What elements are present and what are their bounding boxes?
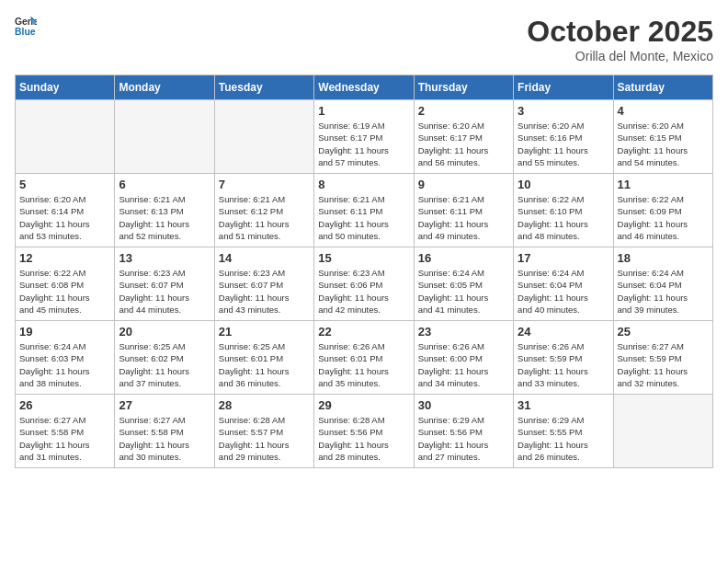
calendar-cell: 28Sunrise: 6:28 AMSunset: 5:57 PMDayligh… <box>214 395 313 468</box>
logo: General Blue <box>15 15 37 40</box>
day-info: Sunrise: 6:28 AMSunset: 5:57 PMDaylight:… <box>219 414 310 463</box>
day-number: 22 <box>318 325 409 339</box>
day-info: Sunrise: 6:29 AMSunset: 5:56 PMDaylight:… <box>418 414 509 463</box>
title-block: October 2025 Orilla del Monte, Mexico <box>527 15 713 63</box>
calendar-cell: 18Sunrise: 6:24 AMSunset: 6:04 PMDayligh… <box>613 247 712 321</box>
day-info: Sunrise: 6:27 AMSunset: 5:58 PMDaylight:… <box>119 414 210 463</box>
day-number: 30 <box>418 398 509 412</box>
location-subtitle: Orilla del Monte, Mexico <box>527 49 713 63</box>
day-header-sunday: Sunday <box>16 75 115 100</box>
day-info: Sunrise: 6:23 AMSunset: 6:07 PMDaylight:… <box>119 267 210 316</box>
day-number: 6 <box>119 178 210 191</box>
day-info: Sunrise: 6:25 AMSunset: 6:02 PMDaylight:… <box>119 340 210 389</box>
day-info: Sunrise: 6:27 AMSunset: 5:59 PMDaylight:… <box>618 340 709 389</box>
day-info: Sunrise: 6:21 AMSunset: 6:12 PMDaylight:… <box>219 193 310 242</box>
day-number: 23 <box>418 325 509 339</box>
calendar-cell: 15Sunrise: 6:23 AMSunset: 6:06 PMDayligh… <box>314 247 414 321</box>
day-number: 3 <box>518 104 609 118</box>
day-number: 17 <box>518 251 609 265</box>
day-info: Sunrise: 6:21 AMSunset: 6:11 PMDaylight:… <box>318 193 409 242</box>
page-header: General Blue October 2025 Orilla del Mon… <box>15 15 713 63</box>
day-number: 31 <box>518 398 609 412</box>
day-number: 26 <box>19 398 110 412</box>
day-number: 11 <box>618 178 709 191</box>
day-info: Sunrise: 6:25 AMSunset: 6:01 PMDaylight:… <box>219 340 310 389</box>
day-info: Sunrise: 6:23 AMSunset: 6:07 PMDaylight:… <box>219 267 310 316</box>
calendar-cell: 8Sunrise: 6:21 AMSunset: 6:11 PMDaylight… <box>314 174 414 247</box>
calendar-week-2: 5Sunrise: 6:20 AMSunset: 6:14 PMDaylight… <box>16 174 713 247</box>
day-header-saturday: Saturday <box>613 75 712 100</box>
day-number: 9 <box>418 178 509 191</box>
day-info: Sunrise: 6:21 AMSunset: 6:11 PMDaylight:… <box>418 193 509 242</box>
calendar-cell: 29Sunrise: 6:28 AMSunset: 5:56 PMDayligh… <box>314 395 414 468</box>
day-info: Sunrise: 6:22 AMSunset: 6:08 PMDaylight:… <box>19 267 110 316</box>
day-number: 20 <box>119 325 210 339</box>
day-info: Sunrise: 6:24 AMSunset: 6:05 PMDaylight:… <box>418 267 509 316</box>
day-number: 24 <box>518 325 609 339</box>
calendar-cell: 14Sunrise: 6:23 AMSunset: 6:07 PMDayligh… <box>214 247 313 321</box>
calendar-cell <box>214 100 313 174</box>
day-info: Sunrise: 6:20 AMSunset: 6:15 PMDaylight:… <box>618 120 709 168</box>
day-number: 4 <box>618 104 709 118</box>
calendar-week-1: 1Sunrise: 6:19 AMSunset: 6:17 PMDaylight… <box>16 100 713 174</box>
calendar-week-5: 26Sunrise: 6:27 AMSunset: 5:58 PMDayligh… <box>16 395 713 468</box>
day-info: Sunrise: 6:19 AMSunset: 6:17 PMDaylight:… <box>318 120 409 168</box>
day-number: 15 <box>318 251 409 265</box>
day-number: 5 <box>19 178 110 191</box>
day-info: Sunrise: 6:20 AMSunset: 6:16 PMDaylight:… <box>518 120 609 168</box>
calendar-cell: 2Sunrise: 6:20 AMSunset: 6:17 PMDaylight… <box>414 100 513 174</box>
calendar-header-row: SundayMondayTuesdayWednesdayThursdayFrid… <box>16 75 713 100</box>
day-info: Sunrise: 6:22 AMSunset: 6:09 PMDaylight:… <box>618 193 709 242</box>
day-info: Sunrise: 6:29 AMSunset: 5:55 PMDaylight:… <box>518 414 609 463</box>
calendar-cell: 3Sunrise: 6:20 AMSunset: 6:16 PMDaylight… <box>514 100 613 174</box>
calendar-cell: 21Sunrise: 6:25 AMSunset: 6:01 PMDayligh… <box>214 321 313 395</box>
day-info: Sunrise: 6:26 AMSunset: 6:01 PMDaylight:… <box>318 340 409 389</box>
calendar-cell: 30Sunrise: 6:29 AMSunset: 5:56 PMDayligh… <box>414 395 513 468</box>
calendar-week-3: 12Sunrise: 6:22 AMSunset: 6:08 PMDayligh… <box>16 247 713 321</box>
calendar-cell: 22Sunrise: 6:26 AMSunset: 6:01 PMDayligh… <box>314 321 414 395</box>
month-title: October 2025 <box>527 15 713 49</box>
day-number: 10 <box>518 178 609 191</box>
calendar-cell: 17Sunrise: 6:24 AMSunset: 6:04 PMDayligh… <box>514 247 613 321</box>
calendar-cell: 5Sunrise: 6:20 AMSunset: 6:14 PMDaylight… <box>16 174 115 247</box>
calendar-cell <box>16 100 115 174</box>
logo-icon: General Blue <box>15 15 37 40</box>
day-number: 7 <box>219 178 310 191</box>
day-number: 2 <box>418 104 509 118</box>
day-number: 28 <box>219 398 310 412</box>
calendar-cell: 25Sunrise: 6:27 AMSunset: 5:59 PMDayligh… <box>613 321 712 395</box>
day-info: Sunrise: 6:28 AMSunset: 5:56 PMDaylight:… <box>318 414 409 463</box>
calendar-table: SundayMondayTuesdayWednesdayThursdayFrid… <box>15 75 713 468</box>
day-number: 14 <box>219 251 310 265</box>
day-number: 29 <box>318 398 409 412</box>
svg-text:Blue: Blue <box>15 27 36 37</box>
calendar-cell: 12Sunrise: 6:22 AMSunset: 6:08 PMDayligh… <box>16 247 115 321</box>
day-number: 19 <box>19 325 110 339</box>
day-number: 25 <box>618 325 709 339</box>
day-info: Sunrise: 6:22 AMSunset: 6:10 PMDaylight:… <box>518 193 609 242</box>
day-header-wednesday: Wednesday <box>314 75 414 100</box>
calendar-cell <box>613 395 712 468</box>
calendar-cell: 7Sunrise: 6:21 AMSunset: 6:12 PMDaylight… <box>214 174 313 247</box>
calendar-week-4: 19Sunrise: 6:24 AMSunset: 6:03 PMDayligh… <box>16 321 713 395</box>
calendar-cell <box>115 100 214 174</box>
day-header-monday: Monday <box>115 75 214 100</box>
calendar-cell: 10Sunrise: 6:22 AMSunset: 6:10 PMDayligh… <box>514 174 613 247</box>
day-header-tuesday: Tuesday <box>214 75 313 100</box>
day-info: Sunrise: 6:26 AMSunset: 6:00 PMDaylight:… <box>418 340 509 389</box>
day-number: 18 <box>618 251 709 265</box>
day-info: Sunrise: 6:23 AMSunset: 6:06 PMDaylight:… <box>318 267 409 316</box>
calendar-cell: 24Sunrise: 6:26 AMSunset: 5:59 PMDayligh… <box>514 321 613 395</box>
day-header-friday: Friday <box>514 75 613 100</box>
day-info: Sunrise: 6:24 AMSunset: 6:04 PMDaylight:… <box>618 267 709 316</box>
calendar-cell: 4Sunrise: 6:20 AMSunset: 6:15 PMDaylight… <box>613 100 712 174</box>
calendar-cell: 13Sunrise: 6:23 AMSunset: 6:07 PMDayligh… <box>115 247 214 321</box>
calendar-cell: 27Sunrise: 6:27 AMSunset: 5:58 PMDayligh… <box>115 395 214 468</box>
day-info: Sunrise: 6:24 AMSunset: 6:04 PMDaylight:… <box>518 267 609 316</box>
calendar-cell: 31Sunrise: 6:29 AMSunset: 5:55 PMDayligh… <box>514 395 613 468</box>
day-number: 12 <box>19 251 110 265</box>
day-info: Sunrise: 6:20 AMSunset: 6:17 PMDaylight:… <box>418 120 509 168</box>
day-info: Sunrise: 6:26 AMSunset: 5:59 PMDaylight:… <box>518 340 609 389</box>
day-info: Sunrise: 6:21 AMSunset: 6:13 PMDaylight:… <box>119 193 210 242</box>
day-number: 8 <box>318 178 409 191</box>
